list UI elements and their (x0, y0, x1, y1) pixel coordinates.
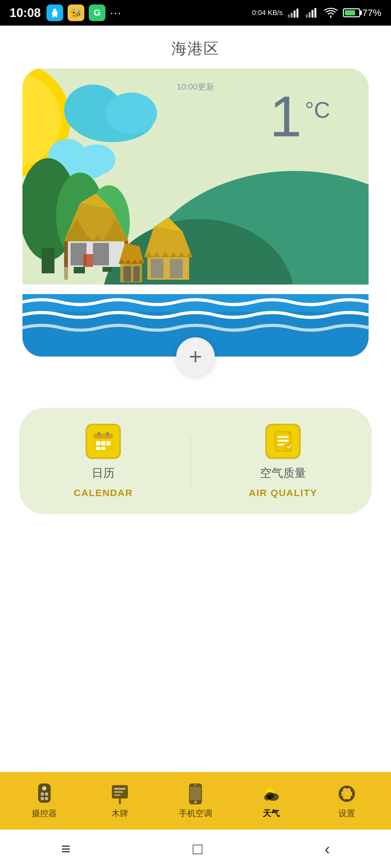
wifi-icon (324, 8, 338, 18)
calendar-label-en: CALENDAR (74, 488, 133, 498)
settings-icon (336, 783, 358, 805)
air-quality-label-en: AIR QUALITY (249, 488, 317, 498)
svg-rect-6 (294, 10, 296, 18)
quick-action-divider (190, 436, 191, 487)
svg-rect-43 (150, 259, 163, 278)
more-dots: ··· (110, 6, 121, 20)
remote-svg (35, 783, 53, 804)
nav-item-remote[interactable]: 摄控器 (6, 783, 82, 819)
status-app-icons: 🐝 G ··· (47, 4, 121, 21)
nav-label-phone: 手机空调 (179, 808, 212, 819)
signal-icon-2 (306, 8, 318, 18)
svg-rect-77 (114, 788, 125, 789)
svg-rect-71 (41, 793, 44, 796)
air-quality-svg-icon (272, 430, 294, 453)
bee-icon: 🐝 (67, 4, 84, 21)
battery-fill (345, 10, 355, 16)
nav-item-settings[interactable]: 设置 (309, 783, 385, 819)
svg-rect-81 (190, 787, 201, 800)
svg-rect-52 (22, 284, 368, 294)
add-city-button[interactable]: + (176, 337, 215, 376)
calendar-icon (87, 425, 119, 457)
svg-rect-51 (22, 292, 368, 312)
svg-rect-78 (114, 791, 123, 793)
back-button[interactable]: ‹ (325, 839, 330, 858)
air-quality-label-cn: 空气质量 (260, 465, 306, 481)
svg-point-87 (264, 795, 271, 801)
svg-rect-74 (45, 797, 48, 800)
nav-label-weather: 天气 (263, 808, 279, 819)
page-title: 海港区 (0, 26, 391, 68)
svg-rect-66 (278, 443, 284, 445)
svg-rect-59 (101, 447, 106, 450)
home-button[interactable]: □ (193, 839, 202, 858)
svg-rect-5 (291, 13, 292, 18)
svg-rect-11 (314, 8, 316, 18)
svg-point-90 (343, 790, 350, 797)
svg-point-82 (194, 801, 197, 803)
svg-rect-65 (278, 440, 288, 442)
quick-actions-bar: 日历 CALENDAR (19, 408, 372, 514)
battery-indicator: 77% (343, 7, 381, 18)
svg-rect-55 (96, 441, 100, 445)
svg-rect-48 (123, 266, 131, 282)
battery-percent: 77% (362, 7, 381, 18)
menu-button[interactable]: ≡ (61, 839, 71, 858)
svg-rect-10 (311, 10, 313, 18)
nav-label-sign: 木牌 (112, 808, 128, 819)
calendar-icon-wrapper (86, 424, 121, 459)
phone-svg (188, 783, 203, 804)
svg-rect-83 (194, 784, 197, 785)
svg-rect-57 (106, 441, 111, 445)
svg-rect-49 (133, 266, 140, 282)
svg-rect-64 (278, 436, 288, 438)
nav-label-settings: 设置 (338, 808, 355, 819)
air-quality-icon-wrapper (266, 424, 301, 459)
calendar-svg-icon (92, 430, 114, 453)
svg-rect-61 (106, 432, 109, 436)
status-bar: 10:08 🐝 G ··· 0:04 KB/s (0, 0, 391, 26)
status-time: 10:08 (9, 6, 41, 20)
nav-item-wooden-sign[interactable]: 木牌 (82, 783, 158, 819)
svg-rect-2 (52, 16, 54, 17)
svg-rect-8 (306, 14, 308, 18)
svg-rect-79 (114, 795, 120, 796)
update-text: 10:00更新 (176, 81, 214, 93)
status-right: 0:04 KB/s 77% (252, 7, 381, 18)
nav-item-weather[interactable]: 天气 (233, 783, 309, 819)
remote-icon (33, 783, 55, 805)
battery-icon (343, 8, 360, 17)
svg-rect-76 (119, 799, 121, 804)
nav-item-phone[interactable]: 手机空调 (158, 783, 233, 819)
bottom-nav: 摄控器 木牌 手机空调 (0, 772, 391, 830)
svg-rect-3 (56, 16, 57, 17)
svg-rect-56 (101, 441, 106, 445)
svg-rect-72 (45, 793, 48, 796)
svg-rect-60 (98, 432, 100, 436)
system-nav: ≡ □ ‹ (0, 830, 391, 868)
network-speed: 0:04 KB/s (252, 9, 283, 17)
plus-button-wrapper: + (0, 337, 391, 376)
calendar-label-cn: 日历 (92, 465, 115, 481)
weather-card: 10:00更新 1 °C (22, 68, 368, 356)
phone-icon (184, 783, 207, 805)
svg-rect-9 (309, 12, 311, 18)
weather-icon (260, 783, 282, 805)
svg-point-68 (285, 443, 291, 450)
svg-rect-36 (93, 243, 109, 265)
status-left: 10:08 🐝 G ··· (9, 4, 121, 21)
calendar-action[interactable]: 日历 CALENDAR (74, 424, 133, 498)
svg-rect-4 (288, 14, 290, 18)
temperature-unit: °C (305, 97, 330, 123)
qq-icon (47, 4, 63, 21)
svg-point-20 (77, 144, 115, 175)
svg-rect-37 (83, 254, 93, 267)
temperature-value: 1 (270, 88, 302, 145)
sign-svg (110, 783, 130, 804)
svg-rect-73 (41, 797, 44, 800)
nav-label-remote: 摄控器 (32, 808, 57, 819)
air-quality-action[interactable]: 空气质量 AIR QUALITY (249, 424, 317, 498)
air-quality-icon (267, 425, 299, 457)
svg-rect-45 (64, 257, 68, 280)
svg-rect-58 (96, 447, 100, 450)
